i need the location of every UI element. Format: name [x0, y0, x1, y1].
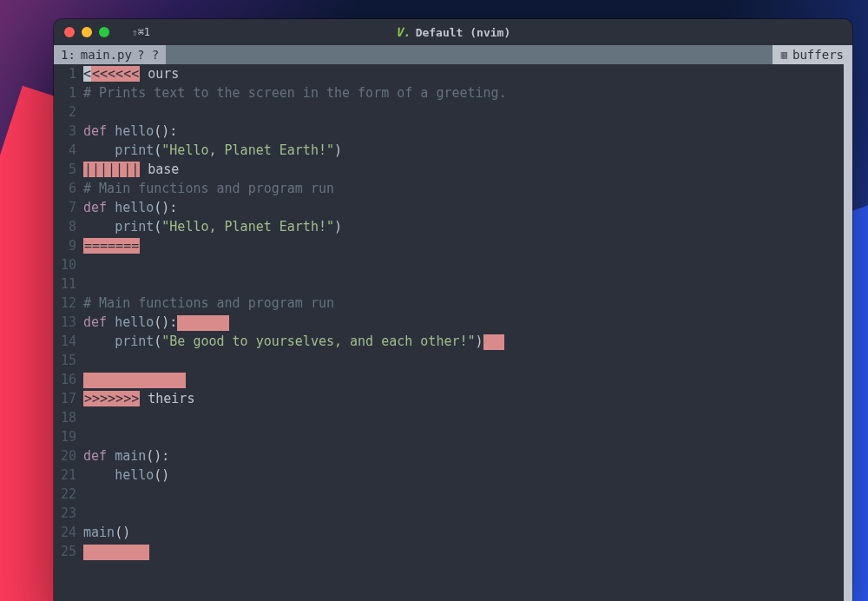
code-line[interactable]: print("Hello, Planet Earth!") — [83, 217, 844, 236]
code-line[interactable]: def hello(): — [83, 198, 844, 217]
code-line[interactable] — [83, 485, 844, 504]
line-number: 3 — [54, 122, 76, 141]
tab-filename: main.py — [81, 48, 132, 62]
window-controls — [64, 27, 109, 37]
buffers-button[interactable]: ▦ buffers — [773, 45, 852, 64]
line-number: 1 — [54, 83, 76, 102]
code-line[interactable] — [83, 370, 844, 389]
code-line[interactable] — [83, 542, 844, 561]
code-line[interactable]: def main(): — [83, 446, 844, 466]
line-number: 11 — [54, 274, 76, 294]
code-line[interactable] — [83, 408, 844, 427]
line-number: 12 — [54, 294, 76, 313]
minimize-icon[interactable] — [82, 27, 92, 37]
line-number: 13 — [54, 313, 76, 332]
buffers-label: buffers — [792, 48, 844, 62]
line-number: 1 — [54, 64, 76, 83]
line-number: 18 — [54, 408, 76, 427]
line-number: 22 — [54, 485, 76, 504]
code-line[interactable] — [83, 351, 844, 370]
code-line[interactable]: print("Be good to yourselves, and each o… — [83, 332, 844, 351]
window-title-text: Default (nvim) — [416, 26, 511, 39]
line-number: 25 — [54, 542, 76, 561]
line-number: 7 — [54, 198, 76, 217]
tab-shortcut: ⇧⌘1 — [132, 26, 150, 38]
code-line[interactable]: >>>>>>> theirs — [83, 389, 844, 408]
line-number: 21 — [54, 466, 76, 485]
code-line[interactable]: # Main functions and program run — [83, 294, 844, 313]
scrollbar[interactable] — [844, 64, 852, 601]
code-line[interactable]: hello() — [83, 466, 844, 485]
editor[interactable]: 1123456789101112131415161718192021222324… — [54, 64, 852, 601]
titlebar: ⇧⌘1 V. Default (nvim) — [54, 19, 852, 45]
tabline: 1: main.py ? ? ▦ buffers — [54, 45, 852, 64]
code-line[interactable]: ======= — [83, 236, 844, 255]
zoom-icon[interactable] — [99, 27, 109, 37]
code-line[interactable] — [83, 274, 844, 294]
line-number: 19 — [54, 427, 76, 446]
vim-icon: V. — [396, 25, 411, 39]
code-line[interactable]: # Main functions and program run — [83, 179, 844, 198]
code-area[interactable]: <<<<<<< ours# Prints text to the screen … — [83, 64, 852, 601]
line-number: 23 — [54, 504, 76, 523]
line-number: 2 — [54, 102, 76, 122]
line-number: 16 — [54, 370, 76, 389]
window-title: V. Default (nvim) — [54, 25, 852, 39]
code-line[interactable] — [83, 102, 844, 122]
tab-main-py[interactable]: 1: main.py ? ? — [54, 45, 167, 64]
close-icon[interactable] — [64, 27, 75, 37]
tab-index: 1: — [61, 48, 76, 62]
code-line[interactable] — [83, 427, 844, 446]
tab-modified-icon: ? ? — [137, 48, 159, 62]
line-number: 8 — [54, 217, 76, 236]
code-line[interactable]: print("Hello, Planet Earth!") — [83, 141, 844, 160]
line-number: 24 — [54, 523, 76, 542]
code-line[interactable]: <<<<<<< ours — [83, 64, 844, 83]
line-number: 17 — [54, 389, 76, 408]
line-number: 20 — [54, 446, 76, 466]
line-number: 4 — [54, 141, 76, 160]
code-line[interactable]: ||||||| base — [83, 160, 844, 179]
code-line[interactable]: def hello(): — [83, 313, 844, 332]
line-number: 10 — [54, 255, 76, 274]
line-number: 14 — [54, 332, 76, 351]
line-number: 5 — [54, 160, 76, 179]
code-line[interactable] — [83, 504, 844, 523]
buffers-icon: ▦ — [781, 49, 787, 61]
line-number: 9 — [54, 236, 76, 255]
line-number: 15 — [54, 351, 76, 370]
line-number-gutter: 1123456789101112131415161718192021222324… — [54, 64, 83, 601]
code-line[interactable]: # Prints text to the screen in the form … — [83, 83, 844, 102]
terminal-window: ⇧⌘1 V. Default (nvim) 1: main.py ? ? ▦ b… — [54, 19, 852, 601]
code-line[interactable]: main() — [83, 523, 844, 542]
code-line[interactable]: def hello(): — [83, 122, 844, 141]
line-number: 6 — [54, 179, 76, 198]
code-line[interactable] — [83, 255, 844, 274]
